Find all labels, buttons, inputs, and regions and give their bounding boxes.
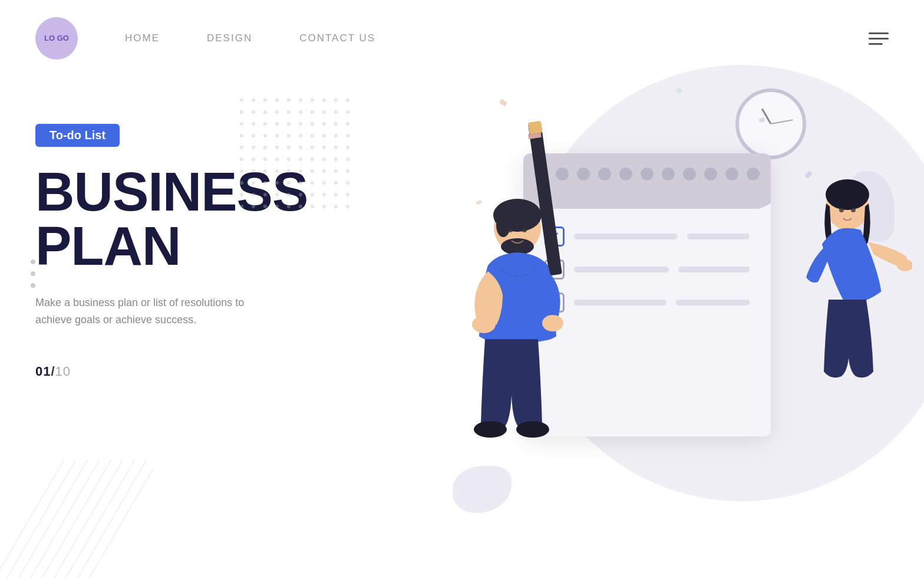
svg-point-97 xyxy=(334,193,338,196)
svg-point-69 xyxy=(240,169,243,173)
clock-decoration xyxy=(735,88,806,159)
svg-point-125 xyxy=(839,208,844,212)
svg-point-70 xyxy=(252,169,255,173)
svg-point-56 xyxy=(322,146,326,149)
svg-point-28 xyxy=(346,110,349,114)
svg-point-98 xyxy=(346,193,349,196)
svg-point-21 xyxy=(263,110,267,114)
hero-section: To-do List BUSINESS PLAN Make a business… xyxy=(0,77,924,578)
svg-point-93 xyxy=(287,193,291,196)
nav-item-contact[interactable]: CONTACT US xyxy=(299,32,375,44)
nav-item-home[interactable]: HOME xyxy=(125,32,160,44)
svg-point-38 xyxy=(346,122,349,126)
svg-point-52 xyxy=(275,146,279,149)
notepad-hole-10 xyxy=(725,168,738,180)
svg-point-45 xyxy=(311,134,314,137)
svg-point-23 xyxy=(287,110,291,114)
svg-point-16 xyxy=(322,98,326,102)
svg-point-43 xyxy=(287,134,291,137)
svg-point-20 xyxy=(252,110,255,114)
svg-point-34 xyxy=(299,122,302,126)
svg-point-128 xyxy=(852,213,857,219)
hamburger-menu[interactable] xyxy=(869,32,889,45)
dot-1 xyxy=(31,260,35,264)
svg-point-84 xyxy=(299,181,302,185)
svg-point-26 xyxy=(322,110,326,114)
svg-point-86 xyxy=(322,181,326,185)
svg-point-27 xyxy=(334,110,338,114)
page-indicator: 01/10 xyxy=(35,364,342,379)
svg-point-17 xyxy=(334,98,338,102)
nav-link-home[interactable]: HOME xyxy=(125,32,160,44)
svg-point-96 xyxy=(322,193,326,196)
svg-point-64 xyxy=(299,157,302,161)
svg-line-8 xyxy=(82,460,153,578)
svg-point-115 xyxy=(496,214,510,237)
svg-point-94 xyxy=(299,193,302,196)
nav-link-design[interactable]: DESIGN xyxy=(207,32,252,44)
svg-point-35 xyxy=(311,122,314,126)
notepad-hole-9 xyxy=(704,168,717,180)
svg-point-121 xyxy=(474,421,507,438)
svg-point-53 xyxy=(287,146,291,149)
nav-links: HOME DESIGN CONTACT US xyxy=(125,32,375,44)
nav-link-contact[interactable]: CONTACT US xyxy=(299,32,375,44)
svg-point-59 xyxy=(240,157,243,161)
svg-point-87 xyxy=(334,181,338,185)
svg-point-76 xyxy=(322,169,326,173)
clock-hand-minute xyxy=(771,119,793,124)
svg-point-77 xyxy=(334,169,338,173)
svg-point-99 xyxy=(240,205,243,208)
notepad-hole-5 xyxy=(619,168,632,180)
svg-point-91 xyxy=(263,193,267,196)
svg-point-68 xyxy=(346,157,349,161)
svg-point-48 xyxy=(346,134,349,137)
svg-point-15 xyxy=(311,98,314,102)
svg-point-74 xyxy=(299,169,302,173)
svg-rect-111 xyxy=(528,121,543,134)
notepad-hole-7 xyxy=(662,168,675,180)
svg-point-25 xyxy=(311,110,314,114)
hamburger-line-3 xyxy=(869,43,883,45)
svg-point-41 xyxy=(263,134,267,137)
svg-point-78 xyxy=(346,169,349,173)
svg-point-9 xyxy=(240,98,243,102)
svg-point-124 xyxy=(826,179,869,210)
diagonal-lines-decoration xyxy=(0,460,153,578)
logo[interactable]: LO GO xyxy=(35,17,78,60)
svg-point-50 xyxy=(252,146,255,149)
woman-illustration xyxy=(783,159,912,407)
page-current: 01 xyxy=(35,364,51,379)
svg-point-24 xyxy=(299,110,302,114)
svg-point-95 xyxy=(311,193,314,196)
hamburger-line-2 xyxy=(869,38,889,40)
svg-point-14 xyxy=(299,98,302,102)
svg-point-104 xyxy=(299,205,302,208)
dot-grid-decoration: // inline generation not possible in SVG… xyxy=(236,94,365,212)
clock-face xyxy=(735,88,806,159)
svg-point-101 xyxy=(263,205,267,208)
svg-point-73 xyxy=(287,169,291,173)
svg-point-55 xyxy=(311,146,314,149)
svg-point-13 xyxy=(287,98,291,102)
svg-point-88 xyxy=(346,181,349,185)
svg-point-44 xyxy=(299,134,302,137)
svg-point-49 xyxy=(240,146,243,149)
svg-point-67 xyxy=(334,157,338,161)
svg-point-18 xyxy=(346,98,349,102)
checklist-line-2b xyxy=(678,267,750,272)
svg-point-65 xyxy=(311,157,314,161)
man-illustration xyxy=(441,112,606,460)
svg-point-54 xyxy=(299,146,302,149)
hamburger-line-1 xyxy=(869,32,889,34)
nav-item-design[interactable]: DESIGN xyxy=(207,32,252,44)
checklist-line-3b xyxy=(676,300,750,306)
svg-point-120 xyxy=(542,315,563,331)
notepad-hole-6 xyxy=(641,168,654,180)
svg-point-61 xyxy=(263,157,267,161)
svg-point-66 xyxy=(322,157,326,161)
checklist-line-1b xyxy=(687,234,750,239)
svg-line-0 xyxy=(0,460,71,578)
blob-decoration-1 xyxy=(453,466,512,513)
notepad-hole-11 xyxy=(747,168,760,180)
